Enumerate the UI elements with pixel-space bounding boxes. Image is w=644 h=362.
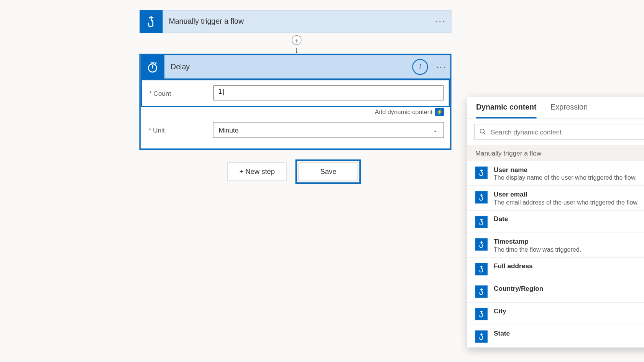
add-step-inline-button[interactable]: + xyxy=(292,35,301,45)
manual-trigger-icon xyxy=(475,308,488,320)
unit-select-value: Minute xyxy=(219,126,238,134)
dynamic-content-item[interactable]: User email The email address of the user… xyxy=(467,186,644,210)
dynamic-content-item[interactable]: User name The display name of the user w… xyxy=(467,161,644,186)
dynamic-item-desc: The email address of the user who trigge… xyxy=(494,199,639,206)
delay-info-button[interactable]: i xyxy=(412,59,428,75)
dynamic-item-name: Date xyxy=(494,215,508,223)
new-step-button[interactable]: + New step xyxy=(227,162,287,181)
unit-field-block: * Unit Minute ⌄ xyxy=(141,116,450,148)
dynamic-item-name: City xyxy=(494,307,506,315)
count-label: * Count xyxy=(147,89,213,97)
dynamic-item-name: Timestamp xyxy=(494,238,581,245)
button-row: + New step Save xyxy=(227,159,361,184)
manual-trigger-icon xyxy=(475,238,488,251)
unit-label: * Unit xyxy=(147,126,213,134)
count-input[interactable]: 1 xyxy=(214,85,444,100)
dynamic-content-panel: Dynamic content Expression Manually trig… xyxy=(467,97,644,347)
dynamic-item-name: Country/Region xyxy=(494,285,543,292)
manual-trigger-icon xyxy=(475,216,488,228)
dynamic-item-desc: The display name of the user who trigger… xyxy=(494,174,637,181)
delay-title: Delay xyxy=(164,62,412,71)
count-field-block: * Count 1 xyxy=(141,79,450,107)
dynamic-section-header: Manually trigger a flow xyxy=(467,145,644,161)
delay-stopwatch-icon xyxy=(141,55,164,79)
delay-action-card: Delay i ··· * Count 1 Add dynamic conten… xyxy=(139,54,451,150)
dynamic-item-name: User name xyxy=(494,165,637,173)
manual-trigger-icon xyxy=(140,10,163,33)
trigger-card[interactable]: Manually trigger a flow ··· xyxy=(139,10,451,33)
manual-trigger-icon xyxy=(475,191,488,203)
arrow-down-icon: ↓ xyxy=(294,47,299,53)
manual-trigger-icon xyxy=(475,263,488,275)
dynamic-content-item[interactable]: Country/Region xyxy=(467,280,644,303)
dynamic-content-item[interactable]: State xyxy=(467,325,644,348)
add-dynamic-content-link[interactable]: Add dynamic content xyxy=(375,108,432,115)
connector-arrow: + ↓ xyxy=(291,33,302,54)
dynamic-search-input[interactable] xyxy=(474,124,644,139)
dynamic-item-name: State xyxy=(494,329,510,337)
dynamic-item-name: Full address xyxy=(494,262,533,270)
dynamic-item-name: User email xyxy=(494,190,639,198)
dynamic-items-list: User name The display name of the user w… xyxy=(467,161,644,347)
dynamic-content-item[interactable]: City xyxy=(467,303,644,325)
dynamic-content-item[interactable]: Date xyxy=(467,211,644,233)
manual-trigger-icon xyxy=(475,167,488,179)
dynamic-content-badge-icon[interactable]: ⚡ xyxy=(435,108,444,116)
manual-trigger-icon xyxy=(475,331,488,343)
delay-more-menu[interactable]: ··· xyxy=(432,61,450,72)
manual-trigger-icon xyxy=(475,285,488,298)
tab-dynamic-content[interactable]: Dynamic content xyxy=(476,103,537,118)
dynamic-item-desc: The time the flow was triggered. xyxy=(494,246,581,253)
unit-select[interactable]: Minute ⌄ xyxy=(213,122,444,138)
save-button[interactable]: Save xyxy=(299,162,358,181)
search-icon xyxy=(479,128,486,135)
tab-expression[interactable]: Expression xyxy=(550,103,588,118)
save-button-highlight: Save xyxy=(296,159,361,184)
delay-header[interactable]: Delay i ··· xyxy=(141,55,450,79)
svg-point-1 xyxy=(480,129,484,133)
trigger-title: Manually trigger a flow xyxy=(163,17,430,26)
trigger-more-menu[interactable]: ··· xyxy=(430,11,451,32)
dynamic-content-item[interactable]: Timestamp The time the flow was triggere… xyxy=(467,233,644,257)
dynamic-search-field[interactable] xyxy=(491,128,644,136)
chevron-down-icon: ⌄ xyxy=(433,126,438,133)
dynamic-content-item[interactable]: Full address xyxy=(467,258,644,280)
